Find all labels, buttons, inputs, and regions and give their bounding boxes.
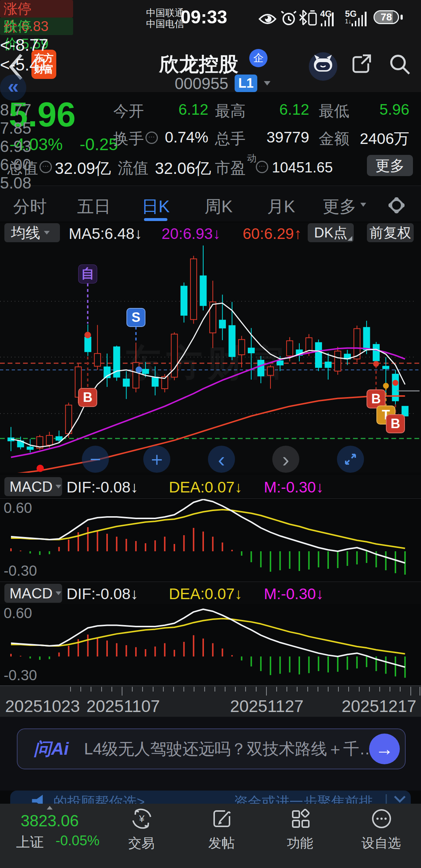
tab-daily-k[interactable]: 日K — [126, 195, 185, 218]
macd2-ymin: -0.30 — [4, 667, 37, 684]
field-pe-value: 10451.65 — [272, 159, 333, 176]
macd1-svg[interactable] — [0, 499, 421, 582]
search-icon[interactable] — [388, 53, 411, 76]
eye-icon — [258, 12, 277, 26]
dk-point-label: DK点 — [314, 225, 348, 240]
fast-rewind-button[interactable]: « — [0, 75, 26, 101]
battery-nub — [401, 15, 403, 20]
promo-banner[interactable]: 的投顾帮你选> 资金或进一步聚焦前排 | — [10, 791, 411, 804]
info-icon-pe[interactable]: ⋯ — [256, 161, 268, 173]
ruler-tick — [287, 687, 287, 692]
ruler-tick — [410, 687, 411, 696]
share-icon[interactable] — [349, 53, 373, 76]
signal-badge-自[interactable]: 自 — [78, 264, 97, 283]
signal-badge-B[interactable]: B — [78, 388, 97, 407]
marker-dot — [136, 366, 142, 373]
ruler-tick — [318, 687, 318, 692]
chart-expand-button[interactable] — [337, 446, 364, 473]
battery-indicator: 78 — [373, 10, 399, 24]
kline-svg[interactable] — [0, 243, 421, 473]
ruler-tick — [369, 687, 370, 692]
tab-monthly-k[interactable]: 月K — [252, 195, 310, 218]
battery-percent: 78 — [375, 11, 398, 23]
ask-ai-logo: 问Ai — [34, 737, 69, 761]
tab-minute[interactable]: 分时 — [1, 195, 59, 218]
ruler-tick — [348, 687, 349, 692]
axis-date-4: 20251217 — [335, 696, 421, 716]
ruler-tick — [173, 687, 174, 692]
code-dropdown-icon[interactable] — [264, 81, 270, 85]
field-float-value: 32.06亿 — [155, 158, 211, 179]
ruler-tick — [132, 687, 133, 692]
nav-item-watchlist[interactable]: 设自选 — [345, 804, 418, 862]
ruler-tick — [256, 687, 257, 692]
ruler-tick — [420, 687, 420, 696]
marker-dot — [373, 361, 379, 367]
macd1-dif-legend: DIF:-0.08↓ — [67, 479, 138, 496]
field-mktcap-value: 32.09亿 — [55, 158, 111, 179]
date-axis-strip[interactable]: 20251023 20251107 20251127 20251217 — [0, 685, 421, 717]
field-float-label: 流值 — [118, 158, 148, 178]
ruler-tick — [276, 687, 277, 692]
field-low-value: 5.96 — [358, 101, 409, 118]
field-pe-label: 市盈 — [215, 158, 246, 178]
nav-item-trade[interactable]: ¥ 交易 — [105, 804, 178, 862]
field-volume-value: 39779 — [258, 129, 309, 146]
quote-panel: 5.96 -4.03% -0.25 今开 6.12 最高 6.12 最低 5.9… — [0, 92, 421, 186]
ruler-tick — [80, 687, 81, 692]
chart-plus-button[interactable]: ＋ — [143, 446, 170, 473]
tab-weekly-k[interactable]: 周K — [189, 195, 248, 218]
ruler-tick — [266, 687, 267, 696]
chart-pan-right-button[interactable]: › — [272, 446, 299, 473]
info-icon-mktcap[interactable]: ⋯ — [39, 161, 52, 173]
banner-right-text[interactable]: 资金或进一步聚焦前排 — [234, 793, 382, 804]
tab-fiveday[interactable]: 五日 — [65, 195, 123, 218]
chart-settings-gear-icon[interactable] — [387, 195, 406, 215]
bluetooth-icon — [299, 9, 307, 26]
adjust-mode-button[interactable]: 前复权 — [367, 223, 414, 242]
ma-selector-button[interactable]: 均线 — [4, 223, 60, 242]
macd1-selector-button[interactable]: MACD — [4, 477, 62, 496]
assistant-avatar[interactable] — [308, 52, 338, 81]
tab-more[interactable]: 更多 — [312, 195, 367, 218]
ruler-tick — [379, 687, 380, 692]
ruler-tick — [307, 687, 308, 692]
chart-minus-button[interactable]: − — [82, 446, 109, 473]
ruler-tick — [215, 687, 215, 692]
field-turnover-label: 换手 — [113, 129, 144, 149]
stock-code: 000955 — [175, 75, 228, 93]
ask-ai-input[interactable]: 问Ai L4级无人驾驶还远吗？双技术路线＋千… — [17, 728, 406, 769]
field-open-value: 6.12 — [157, 101, 208, 118]
axis-date-3: 20251127 — [223, 696, 311, 716]
ruler-tick — [91, 687, 91, 692]
signal-4g-icon: 4G — [320, 9, 341, 26]
macd2-m-legend: M:-0.30↓ — [264, 585, 323, 603]
ruler-tick — [338, 687, 339, 692]
ask-ai-submit-button[interactable]: → — [369, 734, 400, 764]
info-icon-turnover[interactable]: ⋯ — [145, 132, 158, 144]
ruler-tick — [111, 687, 112, 692]
macd2-svg[interactable] — [0, 604, 421, 685]
banner-left-text[interactable]: 的投顾帮你选> — [53, 793, 145, 804]
signal-badge-B[interactable]: B — [386, 414, 405, 433]
macd2-selector-button[interactable]: MACD — [4, 584, 62, 603]
index-name: 上证 — [16, 833, 44, 852]
signal-badge-S[interactable]: S — [126, 308, 145, 327]
banner-collapse-icon[interactable] — [392, 795, 408, 804]
more-button[interactable]: 更多 — [367, 155, 413, 176]
macd2-dea-legend: DEA:0.07↓ — [169, 585, 242, 603]
chart-pan-left-button[interactable]: ‹ — [208, 446, 235, 473]
ruler-tick — [245, 687, 246, 692]
ruler-tick — [122, 687, 122, 696]
marker-dot — [392, 380, 398, 386]
macd1-m-legend: M:-0.30↓ — [264, 479, 323, 496]
nav-item-index[interactable]: 3823.06 上证 -0.05% — [7, 804, 110, 859]
enterprise-badge[interactable]: 企 — [249, 49, 268, 67]
field-low-label: 最低 — [319, 101, 349, 121]
dk-point-button[interactable]: DK点 — [308, 223, 354, 242]
level-badge[interactable]: L1 — [235, 75, 257, 92]
nav-item-functions[interactable]: 功能 — [263, 804, 337, 862]
nav-item-post[interactable]: 发帖 — [185, 804, 258, 862]
nav-label-trade: 交易 — [105, 834, 178, 852]
ruler-tick — [297, 687, 297, 692]
